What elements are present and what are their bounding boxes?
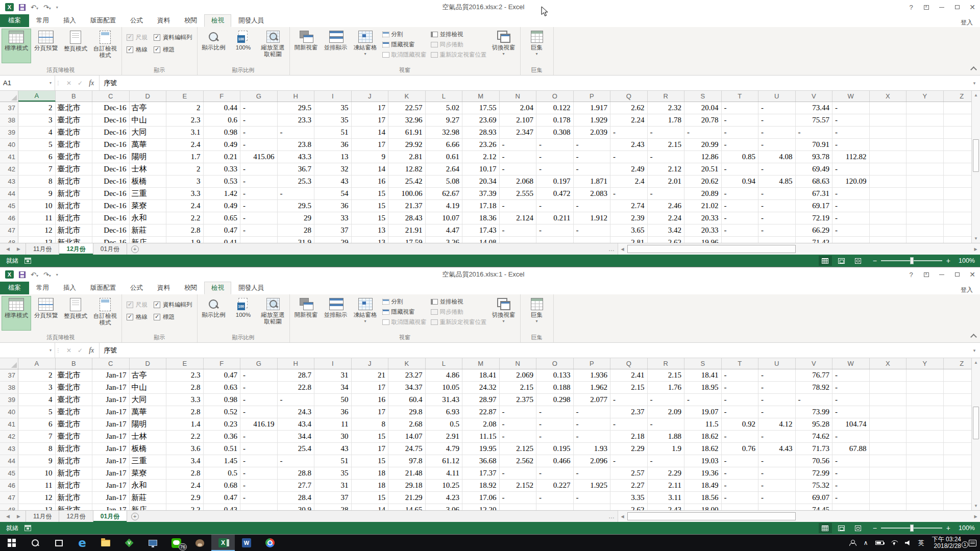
cell-J44[interactable]: 15 — [352, 188, 389, 199]
cell-T42[interactable]: - — [722, 431, 759, 442]
close-button[interactable]: ✕ — [965, 268, 980, 281]
cell-O42[interactable]: - — [536, 163, 574, 175]
row-header-48[interactable]: 48 — [0, 504, 18, 510]
cell-S38[interactable]: 18.95 — [684, 382, 722, 393]
cell-C37[interactable]: Jan-17 — [92, 369, 130, 381]
column-header-O[interactable]: O — [536, 91, 574, 102]
cell-D39[interactable]: 大同 — [130, 127, 167, 138]
column-header-Q[interactable]: Q — [610, 91, 648, 102]
cell-Q40[interactable]: 2.37 — [610, 406, 648, 418]
split-button[interactable]: 分割 — [382, 298, 427, 306]
cell-W40[interactable]: - — [832, 139, 870, 151]
cell-B37[interactable]: 臺北市 — [56, 369, 93, 381]
cell-U41[interactable]: 4.08 — [758, 151, 796, 163]
cell-M41[interactable]: 2.12 — [462, 151, 500, 163]
taskbar-word[interactable]: W — [235, 535, 258, 551]
cell-F40[interactable]: 0.49 — [204, 139, 241, 151]
cell-F38[interactable]: 0.63 — [204, 382, 241, 393]
cell-C45[interactable]: Jan-17 — [92, 467, 130, 479]
column-header-D[interactable]: D — [130, 358, 167, 369]
cell-U42[interactable]: - — [758, 431, 796, 442]
column-header-U[interactable]: U — [758, 91, 796, 102]
cell-X46[interactable] — [870, 480, 907, 491]
cell-U44[interactable]: - — [758, 188, 796, 199]
column-header-L[interactable]: L — [426, 91, 463, 102]
help-button[interactable]: ? — [903, 1, 919, 13]
cell-S45[interactable]: 19.36 — [684, 467, 722, 479]
sheet-tab-01月份[interactable]: 01月份 — [93, 243, 127, 255]
cell-Q39[interactable]: - — [610, 394, 648, 406]
sheet-tab-11月份[interactable]: 11月份 — [26, 511, 59, 522]
row-header-39[interactable]: 39 — [0, 394, 18, 406]
cell-U37[interactable]: - — [758, 102, 796, 114]
cell-J40[interactable]: 17 — [352, 139, 389, 151]
cell-B44[interactable]: 新北市 — [56, 455, 93, 467]
cell-T42[interactable]: - — [722, 163, 759, 175]
cell-V38[interactable]: 75.57 — [796, 114, 833, 126]
cell-P47[interactable]: - — [574, 492, 611, 504]
cell-L48[interactable]: 3.06 — [426, 504, 463, 510]
cell-Y41[interactable] — [906, 151, 944, 163]
cell-T47[interactable]: - — [722, 224, 759, 236]
cell-S46[interactable]: 20.33 — [684, 212, 722, 224]
cell-L38[interactable]: 10.05 — [426, 382, 463, 393]
cell-E40[interactable]: 2.8 — [166, 406, 204, 418]
cell-B43[interactable]: 新北市 — [56, 443, 93, 455]
cell-L48[interactable]: 3.26 — [426, 237, 463, 243]
tab-review[interactable]: 校閱 — [177, 14, 204, 27]
help-button[interactable]: ? — [903, 268, 919, 281]
volume-button[interactable] — [901, 540, 915, 545]
row-header-42[interactable]: 42 — [0, 163, 18, 175]
cell-H40[interactable]: 23.8 — [278, 139, 315, 151]
cell-K39[interactable]: 60.4 — [388, 394, 426, 406]
cell-K48[interactable]: 14.65 — [388, 504, 426, 510]
cell-W39[interactable]: - — [832, 394, 870, 406]
cell-D41[interactable]: 陽明 — [130, 418, 167, 430]
row-header-47[interactable]: 47 — [0, 224, 18, 236]
cell-H43[interactable]: 25.4 — [278, 443, 315, 455]
cell-B41[interactable]: 臺北市 — [56, 418, 93, 430]
cell-M37[interactable]: 17.55 — [462, 102, 500, 114]
cell-X48[interactable] — [870, 237, 907, 243]
cell-S47[interactable]: 18.56 — [684, 492, 722, 504]
cell-V47[interactable]: 66.29 — [796, 224, 833, 236]
cell-K37[interactable]: 22.57 — [388, 102, 426, 114]
page-break-toggle[interactable] — [851, 256, 865, 266]
cell-N42[interactable]: - — [500, 163, 537, 175]
cell-L44[interactable]: 61.12 — [426, 455, 463, 467]
cell-T37[interactable]: - — [722, 102, 759, 114]
cell-C40[interactable]: Jan-17 — [92, 406, 130, 418]
cell-K44[interactable]: 100.06 — [388, 188, 426, 199]
cell-V46[interactable]: 72.19 — [796, 212, 833, 224]
cell-L37[interactable]: 4.86 — [426, 369, 463, 381]
row-header-46[interactable]: 46 — [0, 480, 18, 491]
cell-Y44[interactable] — [906, 188, 944, 199]
cell-R43[interactable]: 1.9 — [648, 443, 685, 455]
cell-K42[interactable]: 12.82 — [388, 163, 426, 175]
cell-R47[interactable]: 3.11 — [648, 492, 685, 504]
excel-app-icon[interactable]: X — [5, 3, 14, 11]
cell-W47[interactable]: - — [832, 224, 870, 236]
cell-C41[interactable]: Dec-16 — [92, 151, 130, 163]
column-header-G[interactable]: G — [240, 91, 278, 102]
column-header-H[interactable]: H — [278, 91, 315, 102]
cell-A43[interactable]: 8 — [18, 443, 56, 455]
new-window-button[interactable]: 開新視窗 — [291, 29, 321, 63]
cell-R46[interactable]: 2.24 — [648, 212, 685, 224]
zoom-percentage[interactable]: 100% — [953, 257, 975, 264]
cell-Q38[interactable]: 2.24 — [610, 114, 648, 126]
cell-S40[interactable]: 20.99 — [684, 139, 722, 151]
cell-B47[interactable]: 新北市 — [56, 492, 93, 504]
cell-I38[interactable]: 35 — [314, 114, 352, 126]
cell-S48[interactable]: 19.96 — [684, 237, 722, 243]
cell-C42[interactable]: Dec-16 — [92, 163, 130, 175]
cell-J40[interactable]: 17 — [352, 406, 389, 418]
switch-windows-button[interactable]: 切換視窗▾ — [489, 296, 519, 331]
cell-U39[interactable]: - — [758, 394, 796, 406]
cell-J41[interactable]: 9 — [352, 151, 389, 163]
cell-L47[interactable]: 4.23 — [426, 492, 463, 504]
cell-D43[interactable]: 板橋 — [130, 443, 167, 455]
cell-J43[interactable]: 17 — [352, 443, 389, 455]
cell-G45[interactable]: - — [240, 467, 278, 479]
cell-H42[interactable]: 34.4 — [278, 431, 315, 442]
